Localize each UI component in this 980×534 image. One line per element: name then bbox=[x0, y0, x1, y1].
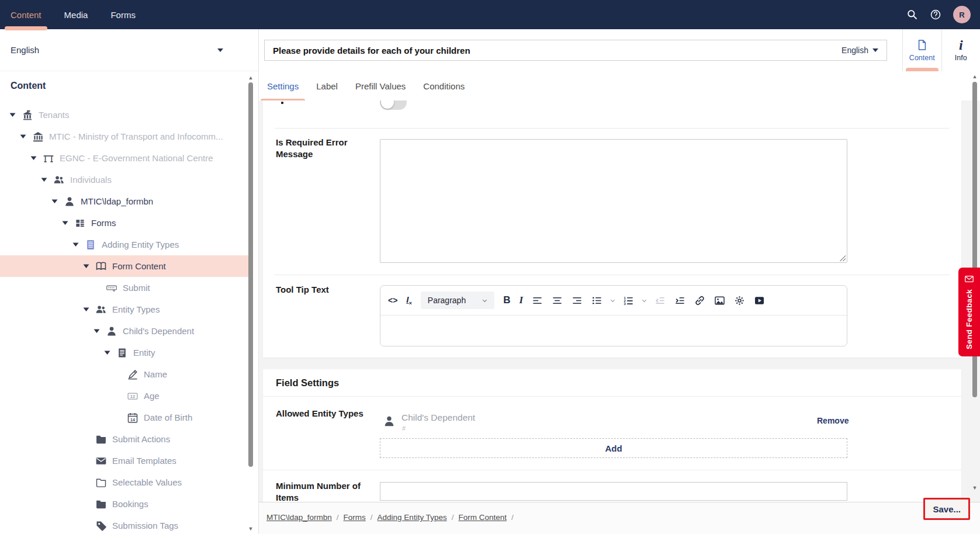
tree-item-individuals[interactable]: Individuals bbox=[0, 169, 249, 190]
tree-item-label[interactable]: Individuals bbox=[70, 175, 112, 185]
tree-expand-caret-icon[interactable] bbox=[104, 350, 111, 355]
send-feedback-button[interactable]: Send Feedback bbox=[958, 268, 980, 356]
toolbar-align-center-button[interactable] bbox=[552, 295, 563, 306]
toolbar-link-button[interactable] bbox=[694, 295, 705, 306]
tree-item-label[interactable]: Submission Tags bbox=[112, 521, 178, 530]
toolbar-bullet-list-button[interactable] bbox=[591, 295, 602, 306]
scroll-up-icon[interactable]: ▲ bbox=[971, 74, 978, 79]
title-language-dropdown[interactable]: English bbox=[842, 46, 878, 55]
is-required-error-textarea[interactable] bbox=[380, 139, 847, 263]
toolbar-bold-button[interactable]: B bbox=[503, 294, 510, 306]
tree-item-label[interactable]: Adding Entity Types bbox=[102, 240, 179, 249]
tree-expand-caret-icon[interactable] bbox=[94, 328, 101, 334]
tab-prefill-values[interactable]: Prefill Values bbox=[355, 71, 406, 100]
tree-item-email-templates[interactable]: Email Templates bbox=[0, 450, 249, 471]
tree-item-mtic-ldap-formbn[interactable]: MTIC\ldap_formbn bbox=[0, 190, 249, 212]
toolbar-align-left-button[interactable] bbox=[532, 295, 543, 306]
tree-item-label[interactable]: Forms bbox=[91, 218, 116, 228]
tree-item-bookings[interactable]: Bookings bbox=[0, 493, 249, 515]
richtext-editor-content[interactable] bbox=[380, 315, 847, 346]
tree-expand-caret-icon[interactable] bbox=[72, 242, 79, 247]
tree-item-label[interactable]: Submit bbox=[123, 283, 150, 293]
chevron-down-icon[interactable] bbox=[609, 297, 617, 304]
tree-item-submit[interactable]: Submit bbox=[0, 277, 249, 299]
toolbar-italic-button[interactable]: I bbox=[519, 294, 523, 306]
tree-item-entity-types[interactable]: Entity Types bbox=[0, 299, 249, 320]
help-icon[interactable] bbox=[930, 9, 941, 20]
tree-item-forms[interactable]: Forms bbox=[0, 212, 249, 234]
paragraph-style-select[interactable]: Paragraph bbox=[421, 292, 494, 309]
tree-item-submission-tags[interactable]: Submission Tags bbox=[0, 515, 249, 534]
tree-item-mtic-ministry-of-transport-and-infocomm[interactable]: MTIC - Ministry of Transport and Infocom… bbox=[0, 126, 249, 147]
nav-item-forms[interactable]: Forms bbox=[110, 0, 136, 29]
toolbar-code-button[interactable]: <> bbox=[388, 296, 397, 305]
scroll-up-icon[interactable]: ▲ bbox=[247, 75, 254, 81]
tree-item-date-of-birth[interactable]: Date of Birth bbox=[0, 407, 249, 428]
chevron-down-icon[interactable] bbox=[640, 297, 648, 304]
tree-item-label[interactable]: Age bbox=[144, 391, 160, 401]
tree-item-tenants[interactable]: Tenants bbox=[0, 104, 249, 126]
tree-item-egnc-e-government-national-centre[interactable]: EGNC - E-Government National Centre bbox=[0, 147, 249, 169]
tree-item-submit-actions[interactable]: Submit Actions bbox=[0, 428, 249, 450]
tree-expand-caret-icon[interactable] bbox=[30, 155, 37, 161]
tree-expand-caret-icon[interactable] bbox=[62, 220, 69, 226]
toolbar-outdent-button[interactable] bbox=[655, 295, 666, 306]
tree-expand-caret-icon[interactable] bbox=[20, 134, 27, 139]
add-entity-button[interactable]: Add bbox=[380, 438, 847, 458]
min-items-input[interactable] bbox=[380, 482, 847, 501]
avatar[interactable]: R bbox=[953, 6, 971, 23]
tree-expand-caret-icon[interactable] bbox=[41, 177, 48, 182]
tree-item-child-s-dependent[interactable]: Child's Dependent bbox=[0, 320, 249, 342]
tree-item-adding-entity-types[interactable]: Adding Entity Types bbox=[0, 234, 249, 255]
tree-item-label[interactable]: Submit Actions bbox=[112, 434, 170, 444]
tree-item-label[interactable]: Tenants bbox=[39, 110, 70, 120]
tree-item-label[interactable]: MTIC - Ministry of Transport and Infocom… bbox=[49, 131, 223, 141]
nav-item-media[interactable]: Media bbox=[64, 0, 88, 29]
tree-item-selectable-values[interactable]: Selectable Values bbox=[0, 471, 249, 493]
nav-item-content[interactable]: Content bbox=[11, 0, 41, 29]
sidebar-scrollbar[interactable]: ▲ ▼ bbox=[247, 75, 254, 532]
tree-expand-caret-icon[interactable] bbox=[51, 199, 58, 204]
tree-item-age[interactable]: Age bbox=[0, 385, 249, 407]
tree-item-label[interactable]: Entity Types bbox=[112, 304, 160, 314]
toolbar-settings-button[interactable] bbox=[734, 295, 745, 306]
save-button[interactable]: Save... bbox=[923, 498, 970, 520]
breadcrumb-link-adding-entity-types[interactable]: Adding Entity Types bbox=[378, 513, 447, 522]
scroll-down-icon[interactable]: ▼ bbox=[247, 526, 254, 532]
toolbar-clear-format-button[interactable]: I× bbox=[406, 294, 411, 306]
toolbar-video-button[interactable] bbox=[754, 295, 765, 306]
toolbar-indent-button[interactable] bbox=[674, 295, 685, 306]
tab-conditions[interactable]: Conditions bbox=[423, 71, 465, 100]
tree-item-label[interactable]: MTIC\ldap_formbn bbox=[81, 196, 153, 206]
tree-item-label[interactable]: Date of Birth bbox=[144, 412, 192, 422]
panel-tab-info[interactable]: i Info bbox=[941, 29, 980, 71]
toolbar-align-right-button[interactable] bbox=[572, 295, 583, 306]
remove-entity-button[interactable]: Remove bbox=[817, 416, 849, 425]
breadcrumb-link-form-content[interactable]: Form Content bbox=[458, 513, 507, 522]
tree-expand-caret-icon[interactable] bbox=[83, 307, 90, 312]
sidebar-language-dropdown[interactable]: English bbox=[0, 29, 258, 71]
search-icon[interactable] bbox=[906, 9, 918, 20]
tree-item-label[interactable]: Form Content bbox=[112, 261, 166, 271]
tab-settings[interactable]: Settings bbox=[267, 71, 299, 100]
tree-item-label[interactable]: EGNC - E-Government National Centre bbox=[60, 153, 213, 163]
tab-label[interactable]: Label bbox=[316, 71, 338, 100]
tree-item-label[interactable]: Name bbox=[144, 369, 167, 379]
tree-item-label[interactable]: Bookings bbox=[112, 499, 148, 509]
breadcrumb-link-forms[interactable]: Forms bbox=[344, 513, 366, 522]
toggle-switch[interactable] bbox=[380, 100, 407, 110]
tree-expand-caret-icon[interactable] bbox=[83, 263, 90, 269]
panel-tab-content[interactable]: Content bbox=[903, 29, 941, 71]
form-title-input[interactable]: Please provide details for each of your … bbox=[264, 40, 887, 61]
scroll-down-icon[interactable]: ▼ bbox=[971, 485, 978, 491]
toolbar-image-button[interactable] bbox=[714, 295, 725, 306]
scrollbar-thumb[interactable] bbox=[248, 82, 253, 467]
tree-item-label[interactable]: Entity bbox=[133, 348, 155, 358]
tree-item-name[interactable]: Name bbox=[0, 363, 249, 385]
tree-item-label[interactable]: Email Templates bbox=[112, 456, 176, 466]
toolbar-numbered-list-button[interactable] bbox=[623, 295, 634, 306]
tree-expand-caret-icon[interactable] bbox=[9, 112, 16, 117]
tree-item-entity[interactable]: Entity bbox=[0, 342, 249, 363]
breadcrumb-link-mtic-ldap-formbn[interactable]: MTIC\ldap_formbn bbox=[266, 513, 332, 522]
tree-item-label[interactable]: Selectable Values bbox=[112, 477, 182, 487]
